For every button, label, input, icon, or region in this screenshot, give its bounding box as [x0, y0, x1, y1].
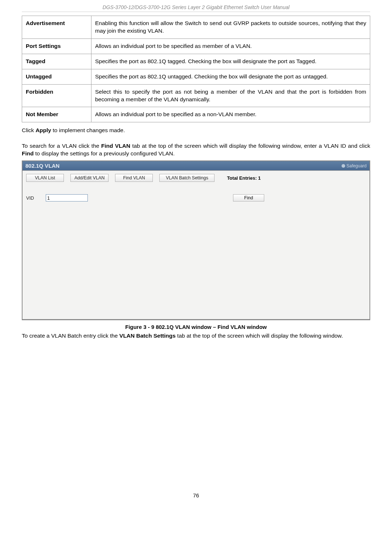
tab-vlan-batch-settings[interactable]: VLAN Batch Settings	[159, 174, 215, 182]
cell-key: Port Settings	[22, 38, 91, 54]
tab-vlan-list[interactable]: VLAN List	[26, 174, 64, 182]
text: tab at the top of the screen which will …	[176, 333, 343, 339]
cell-desc: Specifies the port as 802.1Q tagged. Che…	[91, 54, 370, 69]
table-row: Tagged Specifies the port as 802.1Q tagg…	[22, 54, 370, 69]
vid-input[interactable]	[46, 194, 88, 201]
window-body: VLAN List Add/Edit VLAN Find VLAN VLAN B…	[23, 171, 369, 319]
tab-find-vlan[interactable]: Find VLAN	[115, 174, 153, 182]
cell-key: Advertisement	[22, 16, 91, 39]
table-row: Not Member Allows an individual port to …	[22, 107, 370, 122]
table-row: Port Settings Allows an individual port …	[22, 38, 370, 54]
safeguard-label: Safeguard	[347, 163, 367, 168]
paragraph-find-vlan: To search for a VLAN click the Find VLAN…	[22, 142, 370, 158]
safeguard-badge: Safeguard	[342, 163, 367, 168]
find-button[interactable]: Find	[233, 194, 264, 201]
vid-label: VID	[26, 195, 39, 201]
figure-screenshot: 802.1Q VLAN Safeguard VLAN List Add/Edit…	[22, 160, 370, 320]
text: Click	[22, 127, 36, 133]
bold: Apply	[36, 127, 51, 133]
text: to implement changes made.	[51, 127, 125, 133]
page-number: 76	[22, 492, 370, 498]
paragraph-batch: To create a VLAN Batch entry click the V…	[22, 332, 370, 340]
cell-key: Forbidden	[22, 84, 91, 107]
safeguard-icon	[342, 164, 345, 168]
cell-desc: Select this to specify the port as not b…	[91, 84, 370, 107]
figure-caption: Figure 3 - 9 802.1Q VLAN window – Find V…	[22, 324, 370, 330]
table-row: Forbidden Select this to specify the por…	[22, 84, 370, 107]
doc-header: DGS-3700-12/DGS-3700-12G Series Layer 2 …	[22, 0, 370, 12]
text: to display the settings for a previously…	[34, 150, 175, 156]
tab-add-edit-vlan[interactable]: Add/Edit VLAN	[70, 174, 109, 182]
bold: Find	[22, 150, 34, 156]
find-row: VID Find	[26, 194, 366, 201]
window-title: 802.1Q VLAN	[25, 163, 60, 169]
tab-row: VLAN List Add/Edit VLAN Find VLAN VLAN B…	[26, 174, 366, 182]
window-titlebar: 802.1Q VLAN Safeguard	[23, 161, 369, 171]
bold: Find VLAN	[101, 143, 130, 149]
text: tab at the top of the screen which will …	[130, 143, 370, 149]
total-entries-label: Total Entries: 1	[227, 175, 261, 181]
table-row: Untagged Specifies the port as 802.1Q un…	[22, 69, 370, 84]
definition-table: Advertisement Enabling this function wil…	[22, 16, 370, 122]
table-row: Advertisement Enabling this function wil…	[22, 16, 370, 39]
cell-key: Tagged	[22, 54, 91, 69]
bold: VLAN Batch Settings	[119, 333, 176, 339]
cell-key: Untagged	[22, 69, 91, 84]
cell-desc: Allows an individual port to be specifie…	[91, 38, 370, 54]
cell-desc: Enabling this function will allow the Sw…	[91, 16, 370, 39]
text: To search for a VLAN click the	[22, 143, 101, 149]
paragraph-apply: Click Apply to implement changes made.	[22, 127, 370, 134]
cell-desc: Specifies the port as 802.1Q untagged. C…	[91, 69, 370, 84]
text: To create a VLAN Batch entry click the	[22, 333, 119, 339]
cell-key: Not Member	[22, 107, 91, 122]
cell-desc: Allows an individual port to be specifie…	[91, 107, 370, 122]
